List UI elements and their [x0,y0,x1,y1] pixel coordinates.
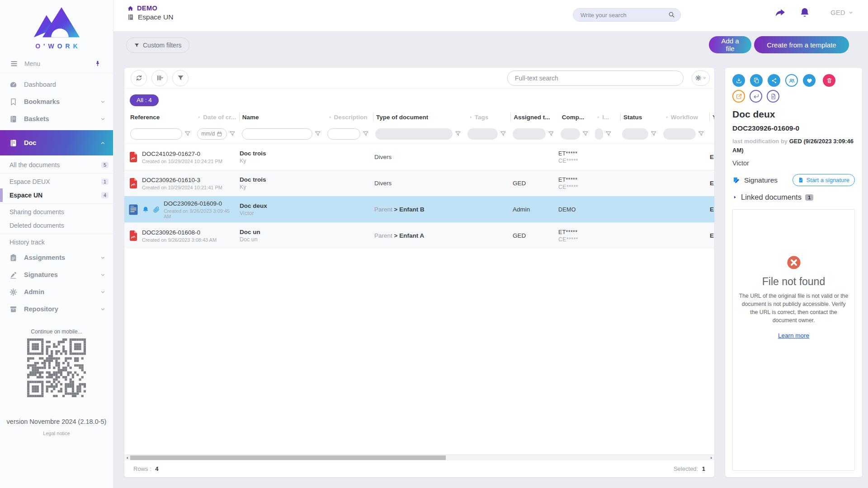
column-header-assigned-t[interactable]: Assigned t... [511,113,559,121]
signatures-label: Signatures [744,176,778,184]
duplicate-button[interactable] [750,74,763,87]
column-header-date-of-cr[interactable]: Date of cr... [194,113,239,121]
cell-company: DEMO [558,206,593,213]
column-header-tags[interactable]: Tags [466,113,511,121]
filter-select-type-of-document[interactable] [375,128,453,140]
sidebar-item-baskets[interactable]: Baskets [0,110,113,127]
horizontal-scrollbar[interactable] [124,455,714,460]
open-external-button[interactable] [732,90,745,103]
delete-button[interactable] [823,74,835,87]
user-menu[interactable]: GED [830,9,854,16]
funnel-icon[interactable] [605,131,612,137]
filter-select-comp[interactable] [561,128,580,140]
column-header-name[interactable]: Name [240,113,326,121]
filter-select-assigned-t[interactable] [513,128,546,140]
breadcrumb-workspace[interactable]: DEMO [127,5,173,12]
download-button[interactable] [732,74,745,87]
sidebar-subitem-history-track[interactable]: History track [0,235,113,249]
column-header-description[interactable]: Description [326,113,373,121]
sidebar-subitem-sharing-documents[interactable]: Sharing documents [0,205,113,219]
document-view-button[interactable] [767,90,779,103]
sidebar-item-signatures[interactable]: Signatures [0,266,113,283]
funnel-icon[interactable] [455,131,461,137]
pin-icon[interactable] [94,60,101,67]
sidebar-item-assignments[interactable]: Assignments [0,249,113,266]
funnel-icon[interactable] [500,131,506,137]
column-header-reference[interactable]: Reference [127,113,194,121]
sort-arrow-icon[interactable] [596,115,600,119]
sidebar-subitem-deleted-documents[interactable]: Deleted documents [0,219,113,232]
sidebar-item-bookmarks[interactable]: Bookmarks [0,93,113,110]
book-inverse-icon [9,139,18,147]
sort-arrow-icon[interactable] [197,115,201,119]
funnel-icon[interactable] [582,131,589,137]
table-row[interactable]: DOC241029-01627-0Created on 10/29/2024 1… [124,144,714,170]
search-icon[interactable] [668,11,675,19]
filter-button[interactable] [172,70,189,86]
filter-input-description[interactable] [327,128,360,140]
columns-button[interactable] [151,70,168,86]
add-file-button[interactable]: Add a file [709,36,751,53]
menu-toggle[interactable]: Menu [0,54,113,73]
filter-select-status[interactable] [622,128,648,140]
filter-select-i[interactable] [595,128,603,140]
filter-select-workflow[interactable] [663,128,696,140]
sidebar-item-repository[interactable]: Repository [0,300,113,318]
global-search-input[interactable] [573,8,681,22]
breadcrumb-space[interactable]: Espace UN [127,13,173,21]
sidebar-subitem-espace-un[interactable]: Espace UN4 [0,188,113,202]
sort-arrow-icon[interactable] [665,115,669,119]
sidebar-subitem-all-the-documents[interactable]: All the documents5 [0,158,113,172]
funnel-icon[interactable] [548,131,554,137]
funnel-icon[interactable] [651,131,657,137]
sidebar-subitem-espace-deux[interactable]: Espace DEUX1 [0,175,113,188]
column-header-comp[interactable]: Comp... [559,113,594,121]
linked-documents-toggle[interactable]: Linked documents 1 [732,193,855,202]
cell-reference: DOC241029-01627-0Created on 10/29/2024 1… [124,150,237,164]
table-settings-button[interactable] [692,70,710,86]
filter-input-reference[interactable] [130,128,182,140]
archive-icon [9,305,18,314]
scroll-left-icon[interactable] [124,455,130,460]
filter-input-name[interactable] [242,128,312,140]
learn-more-link[interactable]: Learn more [778,332,809,339]
create-template-button[interactable]: Create from a template [754,36,849,53]
gear-icon [9,288,18,296]
custom-filters-button[interactable]: Custom filters [126,38,189,53]
column-header-y[interactable]: Y [710,113,714,121]
funnel-icon[interactable] [229,131,236,137]
assign-users-button[interactable] [785,74,798,87]
chevron-down-icon [100,306,106,312]
share-arrow-icon[interactable] [774,7,786,19]
scroll-right-icon[interactable] [708,455,714,460]
funnel-icon[interactable] [184,131,191,137]
sort-arrow-icon[interactable] [469,115,473,119]
sidebar-item-doc[interactable]: Doc [0,130,113,155]
funnel-icon[interactable] [363,131,369,137]
sidebar-item-admin[interactable]: Admin [0,283,113,300]
return-button[interactable] [750,90,762,103]
start-signature-button[interactable]: Start a signature [793,174,855,186]
column-header-workflow[interactable]: Workflow [662,113,710,121]
favorite-button[interactable] [803,74,816,87]
table-row[interactable]: DOC230926-01610-3Created on 10/29/2024 1… [124,170,714,196]
sort-arrow-icon[interactable] [328,115,332,119]
column-header-status[interactable]: Status [621,113,662,121]
column-header-type-of-document[interactable]: Type of document [373,113,466,121]
refresh-button[interactable] [131,70,147,86]
legal-notice-link[interactable]: Legal notice [0,431,113,436]
sidebar-item-dashboard[interactable]: Dashboard [0,76,113,93]
date-filter-input[interactable]: mm/d [197,128,227,140]
column-header-i[interactable]: I... [594,113,621,121]
funnel-icon[interactable] [315,131,321,137]
bell-icon[interactable] [799,7,811,19]
table-row[interactable]: DOC230926-01609-0Created on 9/26/2023 3:… [124,196,714,222]
all-filter-chip[interactable]: All : 4 [130,94,159,106]
table-row[interactable]: DOC230926-01608-0Created on 9/26/2023 3:… [124,222,714,249]
filter-select-tags[interactable] [467,128,497,140]
fulltext-search-input[interactable] [507,70,684,86]
sidebar-subitem-label: Deleted documents [9,222,64,229]
share-button[interactable] [768,74,780,87]
scrollbar-thumb[interactable] [130,455,446,460]
funnel-icon[interactable] [698,131,704,137]
